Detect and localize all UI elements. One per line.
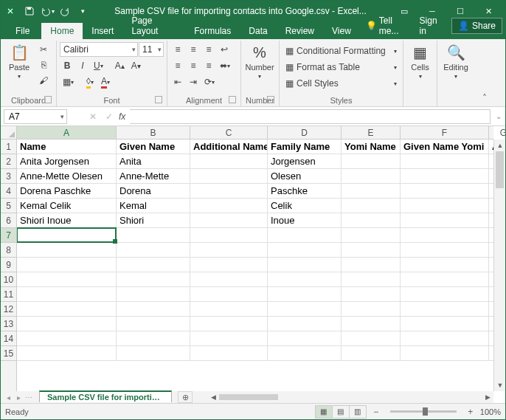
align-middle-icon[interactable]: ≡ (186, 42, 201, 57)
cell[interactable]: Olesen (268, 169, 342, 184)
cells-button[interactable]: ▦ Cells▾ (406, 42, 434, 81)
cell[interactable] (190, 272, 268, 287)
copy-icon[interactable]: ⎘ (36, 58, 51, 72)
borders-icon[interactable]: ▦▾ (60, 75, 77, 89)
cell[interactable] (190, 302, 268, 317)
tell-me[interactable]: 💡Tell me... (360, 13, 411, 39)
cell[interactable] (268, 272, 342, 287)
cell[interactable] (117, 331, 190, 346)
cell[interactable] (190, 228, 268, 243)
cells-area[interactable]: NameGiven NameAdditional NameFamily Name… (17, 140, 493, 391)
expand-formula-bar-icon[interactable]: ⌄ (492, 112, 505, 120)
cell[interactable] (401, 213, 489, 228)
cell[interactable]: Name (17, 140, 117, 154)
cell[interactable]: Kemal Celik (17, 199, 117, 213)
cell[interactable] (117, 302, 190, 317)
number-format-button[interactable]: % Number▾ (244, 42, 275, 81)
cell[interactable] (17, 243, 117, 258)
cell[interactable] (117, 287, 190, 302)
sign-in[interactable]: Sign in (414, 13, 447, 39)
grow-font-icon[interactable]: A▴ (112, 58, 128, 73)
wrap-text-icon[interactable]: ↩ (217, 42, 232, 57)
underline-icon[interactable]: U▾ (91, 58, 106, 73)
align-bottom-icon[interactable]: ≡ (201, 42, 216, 57)
new-sheet-icon[interactable]: ⊕ (178, 391, 193, 403)
cut-icon[interactable]: ✂ (36, 42, 51, 57)
cell[interactable] (401, 258, 489, 272)
alignment-dialog-icon[interactable] (229, 96, 236, 103)
cell[interactable] (117, 317, 190, 331)
cell[interactable] (190, 154, 268, 169)
paste-button[interactable]: 📋 Paste▾ (4, 42, 35, 81)
cell[interactable]: Jorgensen (268, 154, 342, 169)
cell[interactable] (401, 272, 489, 287)
cell[interactable] (342, 346, 401, 361)
sheet-nav-last-icon[interactable]: ▸ (14, 393, 23, 402)
scroll-left-icon[interactable]: ◀ (207, 391, 219, 403)
column-header[interactable]: A (17, 126, 117, 139)
align-center-icon[interactable]: ≡ (186, 58, 201, 73)
cell[interactable] (401, 243, 489, 258)
sheet-tab[interactable]: Sample CSV file for importing c (39, 390, 172, 402)
hscroll-thumb[interactable] (219, 394, 278, 400)
cell[interactable] (342, 228, 401, 243)
cell[interactable] (342, 213, 401, 228)
page-break-view-icon[interactable]: ▥ (349, 405, 367, 419)
row-header[interactable]: 7 (1, 228, 16, 243)
tab-view[interactable]: View (323, 23, 360, 39)
number-dialog-icon[interactable] (267, 96, 274, 103)
name-box[interactable]: A7 (4, 109, 67, 124)
cell[interactable] (190, 287, 268, 302)
cell[interactable] (190, 346, 268, 361)
column-header[interactable]: C (190, 126, 268, 139)
zoom-thumb[interactable] (423, 407, 428, 416)
cell[interactable]: Anita (117, 154, 190, 169)
scroll-down-icon[interactable]: ▼ (494, 379, 505, 391)
row-header[interactable]: 6 (1, 213, 16, 228)
cell[interactable] (117, 258, 190, 272)
column-header[interactable]: B (117, 126, 190, 139)
align-top-icon[interactable]: ≡ (170, 42, 185, 57)
cell[interactable]: Inoue (268, 213, 342, 228)
cell[interactable] (17, 302, 117, 317)
cell[interactable] (268, 228, 342, 243)
normal-view-icon[interactable]: ▦ (315, 405, 333, 419)
fill-color-icon[interactable]: ◊▾ (83, 75, 97, 89)
italic-icon[interactable]: I (75, 58, 90, 73)
merge-center-icon[interactable]: ⬌▾ (217, 58, 233, 73)
tab-review[interactable]: Review (277, 23, 323, 39)
save-icon[interactable] (21, 3, 38, 19)
share-button[interactable]: 👤Share (451, 18, 502, 34)
row-header[interactable]: 8 (1, 243, 16, 258)
cell[interactable] (342, 331, 401, 346)
cell[interactable] (17, 346, 117, 361)
row-header[interactable]: 4 (1, 184, 16, 199)
cell[interactable] (190, 199, 268, 213)
scroll-up-icon[interactable]: ▲ (494, 140, 505, 151)
cell[interactable] (17, 228, 117, 243)
cell[interactable] (342, 287, 401, 302)
cell[interactable] (17, 331, 117, 346)
tab-data[interactable]: Data (240, 23, 276, 39)
clipboard-dialog-icon[interactable] (44, 96, 52, 103)
cell[interactable] (401, 154, 489, 169)
cell[interactable] (401, 302, 489, 317)
font-color-icon[interactable]: A▾ (98, 75, 113, 89)
undo-icon[interactable]: ▾ (39, 3, 55, 19)
cell[interactable] (190, 258, 268, 272)
format-painter-icon[interactable]: 🖌 (36, 73, 51, 88)
column-header[interactable]: G (489, 126, 505, 139)
cell[interactable] (268, 287, 342, 302)
cell[interactable] (342, 317, 401, 331)
cell[interactable] (401, 346, 489, 361)
qat-customize-icon[interactable]: ▾ (74, 3, 91, 19)
cell[interactable] (401, 228, 489, 243)
cell[interactable] (190, 331, 268, 346)
row-header[interactable]: 1 (1, 140, 16, 154)
sheet-nav-first-icon[interactable]: ◂ (4, 393, 13, 402)
cell[interactable] (117, 272, 190, 287)
conditional-formatting-button[interactable]: ▦Conditional Formatting▾ (283, 44, 400, 58)
cell[interactable] (117, 228, 190, 243)
cell[interactable] (117, 346, 190, 361)
font-dialog-icon[interactable] (155, 96, 162, 103)
